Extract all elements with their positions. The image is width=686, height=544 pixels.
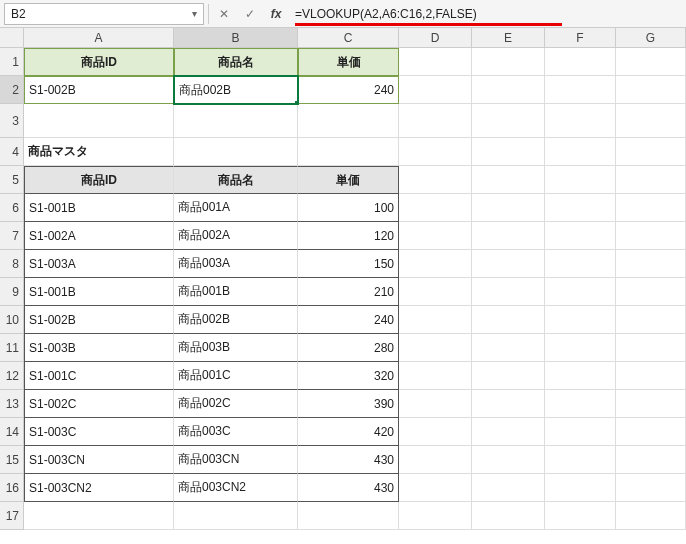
cell[interactable] [399,390,472,418]
cell[interactable] [545,104,616,138]
cell[interactable] [472,222,545,250]
cell[interactable] [616,76,686,104]
cell[interactable] [472,138,545,166]
table-row[interactable]: 150 [298,250,399,278]
table-row[interactable]: 280 [298,334,399,362]
table-row[interactable]: 商品003C [174,418,298,446]
cell[interactable] [616,334,686,362]
table-row[interactable]: 420 [298,418,399,446]
cell[interactable] [399,306,472,334]
row-header[interactable]: 16 [0,474,24,502]
col-header-F[interactable]: F [545,28,616,48]
row-header[interactable]: 3 [0,104,24,138]
cell[interactable] [399,362,472,390]
cell[interactable] [545,138,616,166]
cell[interactable] [399,446,472,474]
cell[interactable] [24,502,174,530]
cell[interactable] [24,104,174,138]
cell-C5[interactable]: 単価 [298,166,399,194]
cell[interactable] [545,278,616,306]
cell[interactable] [399,104,472,138]
table-row[interactable]: S1-003CN [24,446,174,474]
cell[interactable] [616,390,686,418]
cell[interactable] [545,48,616,76]
fill-handle[interactable] [294,100,298,104]
cell[interactable] [472,334,545,362]
table-row[interactable]: S1-001B [24,194,174,222]
cell[interactable] [472,390,545,418]
row-header[interactable]: 17 [0,502,24,530]
cell-A2[interactable]: S1-002B [24,76,174,104]
cell[interactable] [545,446,616,474]
table-row[interactable]: 商品003A [174,250,298,278]
table-row[interactable]: 商品003CN [174,446,298,474]
cell[interactable] [472,278,545,306]
cell[interactable] [616,446,686,474]
check-icon[interactable]: ✓ [239,3,261,25]
row-header[interactable]: 4 [0,138,24,166]
cell[interactable] [399,76,472,104]
cell[interactable] [545,76,616,104]
row-header[interactable]: 7 [0,222,24,250]
cell[interactable] [545,250,616,278]
cell[interactable] [399,278,472,306]
cell[interactable] [472,76,545,104]
cell[interactable] [472,166,545,194]
chevron-down-icon[interactable]: ▾ [192,8,197,19]
cell[interactable] [298,138,399,166]
row-header[interactable]: 13 [0,390,24,418]
cell[interactable] [472,502,545,530]
fx-icon[interactable]: fx [265,3,287,25]
cell[interactable] [616,502,686,530]
col-header-C[interactable]: C [298,28,399,48]
cell[interactable] [616,362,686,390]
table-row[interactable]: 210 [298,278,399,306]
cancel-icon[interactable]: ✕ [213,3,235,25]
cell[interactable] [472,474,545,502]
table-row[interactable]: 商品001B [174,278,298,306]
table-row[interactable]: S1-003A [24,250,174,278]
table-row[interactable]: 320 [298,362,399,390]
cell[interactable] [616,222,686,250]
table-row[interactable]: 100 [298,194,399,222]
table-row[interactable]: 240 [298,306,399,334]
row-header[interactable]: 14 [0,418,24,446]
cell[interactable] [545,418,616,446]
table-row[interactable]: S1-002A [24,222,174,250]
cell[interactable] [616,418,686,446]
cell[interactable] [472,306,545,334]
col-header-B[interactable]: B [174,28,298,48]
cell[interactable] [472,362,545,390]
table-row[interactable]: 390 [298,390,399,418]
cell[interactable] [174,502,298,530]
cell[interactable] [616,138,686,166]
cell[interactable] [399,250,472,278]
cell-B5[interactable]: 商品名 [174,166,298,194]
cell[interactable] [545,502,616,530]
cell[interactable] [616,306,686,334]
col-header-G[interactable]: G [616,28,686,48]
formula-input[interactable] [291,3,682,25]
table-row[interactable]: 商品001A [174,194,298,222]
cell[interactable] [472,48,545,76]
cell[interactable] [616,474,686,502]
row-header[interactable]: 1 [0,48,24,76]
cell[interactable] [399,166,472,194]
cell[interactable] [399,502,472,530]
cell[interactable] [616,278,686,306]
row-header[interactable]: 6 [0,194,24,222]
cell[interactable] [399,194,472,222]
cell-B2[interactable]: 商品002B [174,76,298,104]
cell[interactable] [472,418,545,446]
row-header[interactable]: 2 [0,76,24,104]
table-row[interactable]: 商品002C [174,390,298,418]
select-all-corner[interactable] [0,28,24,48]
cell[interactable] [298,502,399,530]
table-row[interactable]: S1-003CN2 [24,474,174,502]
cell[interactable] [472,446,545,474]
table-row[interactable]: 商品002B [174,306,298,334]
cell[interactable] [545,474,616,502]
cell[interactable] [399,222,472,250]
row-header[interactable]: 8 [0,250,24,278]
cell[interactable] [545,306,616,334]
